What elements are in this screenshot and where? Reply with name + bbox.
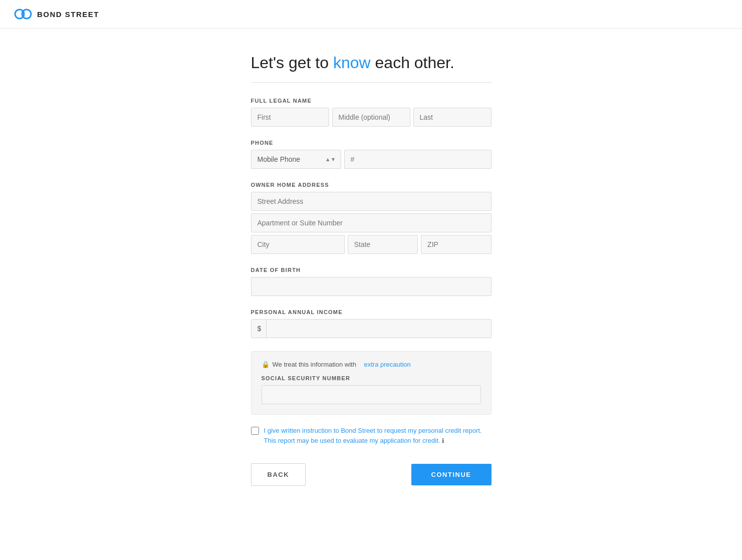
phone-type-select[interactable]: Mobile Phone Home Phone Work Phone bbox=[251, 150, 341, 169]
zip-input[interactable] bbox=[421, 235, 491, 254]
state-field bbox=[348, 235, 418, 254]
page-title: Let's get to know each other. bbox=[251, 54, 491, 72]
logo-text: BOND STREET bbox=[37, 10, 99, 19]
full-name-label: FULL LEGAL NAME bbox=[251, 98, 491, 104]
consent-text: I give written instruction to Bond Stree… bbox=[264, 426, 491, 445]
income-label: PERSONAL ANNUAL INCOME bbox=[251, 309, 491, 315]
state-input[interactable] bbox=[348, 235, 418, 254]
security-note: 🔒 We treat this information with extra p… bbox=[262, 361, 481, 368]
first-name-input[interactable] bbox=[251, 108, 329, 127]
ssn-input[interactable] bbox=[262, 385, 481, 404]
dob-group: DATE OF BIRTH bbox=[251, 267, 491, 296]
income-input-row: $ bbox=[251, 319, 491, 338]
ssn-label: SOCIAL SECURITY NUMBER bbox=[262, 375, 481, 381]
city-input[interactable] bbox=[251, 235, 345, 254]
middle-name-input[interactable] bbox=[332, 108, 410, 127]
phone-input-row: Mobile Phone Home Phone Work Phone ▲▼ bbox=[251, 150, 491, 169]
city-state-zip-row bbox=[251, 235, 491, 254]
dob-input[interactable] bbox=[251, 277, 491, 296]
phone-number-input[interactable] bbox=[344, 150, 491, 169]
button-row: BACK CONTINUE bbox=[251, 463, 491, 486]
phone-label: PHONE bbox=[251, 140, 491, 146]
site-header: BOND STREET bbox=[0, 0, 742, 29]
extra-precaution-link[interactable]: extra precaution bbox=[364, 361, 411, 368]
zip-field bbox=[421, 235, 491, 254]
phone-group: PHONE Mobile Phone Home Phone Work Phone… bbox=[251, 140, 491, 169]
income-group: PERSONAL ANNUAL INCOME $ bbox=[251, 309, 491, 338]
back-button[interactable]: BACK bbox=[251, 463, 306, 486]
address-group: OWNER HOME ADDRESS bbox=[251, 182, 491, 254]
full-name-group: FULL LEGAL NAME bbox=[251, 98, 491, 127]
logo-icon bbox=[14, 7, 32, 21]
name-input-row bbox=[251, 108, 491, 127]
security-box: 🔒 We treat this information with extra p… bbox=[251, 351, 491, 415]
address-label: OWNER HOME ADDRESS bbox=[251, 182, 491, 188]
title-divider bbox=[251, 82, 491, 83]
apt-input[interactable] bbox=[251, 213, 491, 232]
main-form-container: Let's get to know each other. FULL LEGAL… bbox=[241, 29, 502, 526]
info-icon[interactable]: ℹ bbox=[442, 437, 444, 444]
city-field bbox=[251, 235, 345, 254]
security-note-text: We treat this information with bbox=[273, 361, 356, 368]
street-input[interactable] bbox=[251, 192, 491, 211]
consent-row: I give written instruction to Bond Stree… bbox=[251, 426, 491, 445]
continue-button[interactable]: CONTINUE bbox=[411, 464, 491, 485]
lock-icon: 🔒 bbox=[262, 361, 270, 368]
dollar-sign: $ bbox=[252, 320, 267, 338]
last-name-input[interactable] bbox=[413, 108, 491, 127]
consent-checkbox[interactable] bbox=[251, 427, 259, 435]
income-input[interactable] bbox=[267, 320, 490, 338]
phone-type-wrapper: Mobile Phone Home Phone Work Phone ▲▼ bbox=[251, 150, 341, 169]
dob-label: DATE OF BIRTH bbox=[251, 267, 491, 273]
